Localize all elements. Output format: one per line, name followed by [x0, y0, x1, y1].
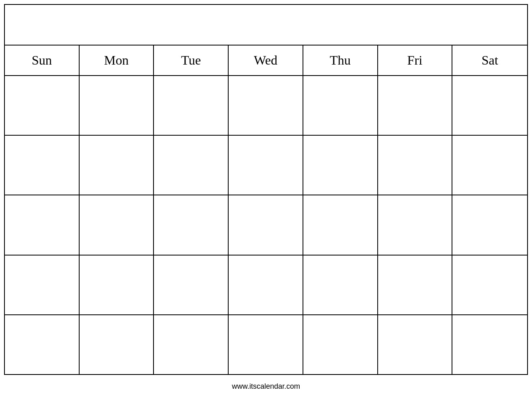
- day-headers-row: Sun Mon Tue Wed Thu Fri Sat: [5, 45, 527, 76]
- cell-w2-fri[interactable]: [378, 136, 453, 195]
- cell-w2-sun[interactable]: [5, 136, 80, 195]
- cell-w2-wed[interactable]: [229, 136, 303, 195]
- weeks-container: [5, 76, 527, 374]
- cell-w1-fri[interactable]: [378, 76, 453, 135]
- cell-w4-thu[interactable]: [303, 255, 378, 314]
- cell-w5-mon[interactable]: [80, 315, 154, 374]
- cell-w3-sun[interactable]: [5, 195, 80, 254]
- cell-w5-thu[interactable]: [303, 315, 378, 374]
- cell-w1-wed[interactable]: [229, 76, 303, 135]
- cell-w1-sat[interactable]: [452, 76, 527, 135]
- footer: www.itscalendar.com: [0, 379, 532, 394]
- cell-w4-sat[interactable]: [452, 255, 527, 314]
- cell-w5-tue[interactable]: [154, 315, 229, 374]
- day-header-tue: Tue: [154, 45, 229, 75]
- day-header-thu: Thu: [303, 45, 378, 75]
- footer-url: www.itscalendar.com: [232, 382, 300, 390]
- day-header-sat: Sat: [452, 45, 527, 75]
- week-row-1: [5, 76, 527, 136]
- cell-w4-tue[interactable]: [154, 255, 229, 314]
- calendar-title-area: [5, 5, 527, 45]
- calendar-grid: Sun Mon Tue Wed Thu Fri Sat: [5, 45, 527, 374]
- day-header-fri: Fri: [378, 45, 453, 75]
- cell-w1-thu[interactable]: [303, 76, 378, 135]
- week-row-2: [5, 136, 527, 195]
- cell-w1-sun[interactable]: [5, 76, 80, 135]
- cell-w4-mon[interactable]: [80, 255, 154, 314]
- cell-w4-sun[interactable]: [5, 255, 80, 314]
- cell-w3-wed[interactable]: [229, 195, 303, 254]
- cell-w1-mon[interactable]: [80, 76, 154, 135]
- cell-w4-fri[interactable]: [378, 255, 453, 314]
- cell-w3-thu[interactable]: [303, 195, 378, 254]
- cell-w2-tue[interactable]: [154, 136, 229, 195]
- cell-w3-tue[interactable]: [154, 195, 229, 254]
- week-row-3: [5, 195, 527, 255]
- day-header-sun: Sun: [5, 45, 80, 75]
- cell-w3-sat[interactable]: [452, 195, 527, 254]
- cell-w2-sat[interactable]: [452, 136, 527, 195]
- day-header-wed: Wed: [229, 45, 303, 75]
- day-header-mon: Mon: [80, 45, 154, 75]
- calendar: Sun Mon Tue Wed Thu Fri Sat: [4, 4, 528, 375]
- cell-w5-sun[interactable]: [5, 315, 80, 374]
- cell-w2-thu[interactable]: [303, 136, 378, 195]
- cell-w5-wed[interactable]: [229, 315, 303, 374]
- cell-w5-fri[interactable]: [378, 315, 453, 374]
- cell-w1-tue[interactable]: [154, 76, 229, 135]
- cell-w2-mon[interactable]: [80, 136, 154, 195]
- cell-w4-wed[interactable]: [229, 255, 303, 314]
- week-row-5: [5, 315, 527, 374]
- week-row-4: [5, 255, 527, 315]
- cell-w5-sat[interactable]: [452, 315, 527, 374]
- cell-w3-mon[interactable]: [80, 195, 154, 254]
- cell-w3-fri[interactable]: [378, 195, 453, 254]
